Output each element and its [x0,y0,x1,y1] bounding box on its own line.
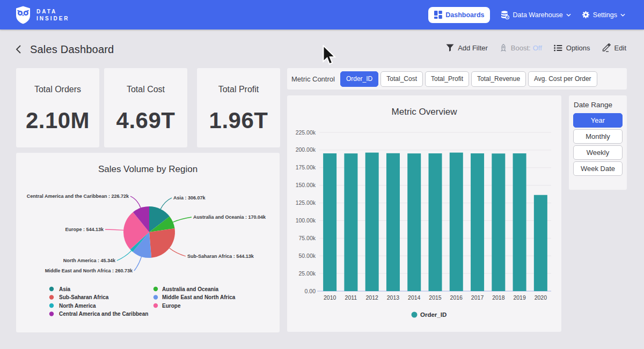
kpi-value: 2.10M [16,108,99,133]
pie-legend-dot [49,311,54,316]
pie-chart-card: Sales Volume by Region Asia : 306.07kAus… [16,153,280,332]
nav-settings[interactable]: Settings [582,11,625,19]
kpi-label: Total Cost [104,85,187,94]
back-icon[interactable] [15,44,23,54]
date-button-weekly[interactable]: Weekly [573,145,623,160]
svg-text:2015: 2015 [429,294,442,301]
mouse-cursor [322,45,338,67]
pie-slice-sub-saharan-africa[interactable] [149,228,175,258]
metric-button-total-cost[interactable]: Total_Cost [380,71,423,87]
pie-legend-dot [49,287,54,291]
metric-button-total-revenue[interactable]: Total_Revenue [471,71,526,87]
dashboards-grid-icon [434,11,442,19]
metric-control-strip: Metric Control Order_IDTotal_CostTotal_P… [287,68,627,90]
date-button-monthly[interactable]: Monthly [573,129,623,144]
svg-text:2017: 2017 [471,294,484,301]
owl-logo-icon [15,6,31,24]
svg-text:100.00k: 100.00k [296,217,316,224]
options-button[interactable]: Options [554,44,590,52]
pie-legend-label: Europe [162,303,181,309]
bar-2018[interactable] [492,153,505,291]
nav-data-warehouse-label: Data Warehouse [513,11,562,19]
pie-label: Europe : 544.13k [65,227,104,232]
pie-legend-label: Middle East and North Africa [162,294,236,300]
kpi-card-total-orders: Total Orders 2.10M [16,68,99,147]
edit-pencil-icon [602,43,611,52]
svg-text:75.00k: 75.00k [298,235,316,241]
bar-2020[interactable] [534,195,547,291]
pie-chart: Asia : 306.07kAustralia and Oceania : 17… [16,175,280,330]
pie-legend-dot [153,303,158,308]
bar-chart: 0.0025.00k50.00k75.00k100.00k125.00k150.… [287,117,561,332]
bar-chart-title: Metric Overview [287,95,561,117]
nav-settings-label: Settings [593,11,617,19]
bar-2012[interactable] [365,153,379,291]
database-icon [501,11,509,19]
bar-2015[interactable] [429,153,442,291]
svg-text:50.00k: 50.00k [298,253,316,259]
edit-label: Edit [614,44,626,52]
bar-2010[interactable] [323,153,336,291]
kpi-value: 1.96T [197,108,280,133]
pie-legend-dot [49,295,54,299]
nav-data-warehouse[interactable]: Data Warehouse [501,11,570,19]
pie-label: North America : 45.34k [63,258,116,263]
svg-text:2014: 2014 [408,294,421,301]
chevron-down-icon [620,13,625,17]
svg-text:2018: 2018 [492,294,505,301]
pie-legend-dot [153,287,158,291]
pie-legend-label: Sub-Saharan Africa [59,294,109,300]
pie-legend-label: Asia [59,286,71,292]
add-filter-button[interactable]: Add Filter [446,44,488,52]
date-range-label: Date Range [574,101,623,109]
metric-button-avg-cost-per-order[interactable]: Avg. Cost per Order [528,71,597,87]
brand-logo[interactable]: DATA INSIDER [15,6,70,24]
bar-2019[interactable] [513,153,526,291]
add-filter-label: Add Filter [458,44,488,52]
nav-dashboards-label: Dashboards [445,11,484,19]
metric-button-order-id[interactable]: Order_ID [340,71,378,87]
svg-text:175.00k: 175.00k [296,164,316,170]
pie-legend-dot [49,303,54,308]
top-navbar: DATA INSIDER Dashboards Data Warehouse [0,0,644,29]
options-list-icon [554,44,562,51]
pie-legend-label: North America [59,303,96,309]
bar-2017[interactable] [471,153,484,291]
bar-2013[interactable] [386,153,400,291]
legend-label: Order_ID [420,311,447,318]
brand-line1: DATA [36,8,70,15]
metric-button-total-profit[interactable]: Total_Profit [425,71,469,87]
pie-chart-title: Sales Volume by Region [16,153,280,175]
date-button-year[interactable]: Year [573,113,623,128]
svg-text:2010: 2010 [324,294,336,301]
nav-dashboards[interactable]: Dashboards [428,7,490,23]
svg-text:225.00k: 225.00k [296,129,316,136]
options-label: Options [566,44,590,52]
bar-2016[interactable] [450,153,463,291]
kpi-card-total-cost: Total Cost 4.69T [104,68,187,147]
pie-legend-label: Australia and Oceania [162,286,218,292]
bar-chart-card: Metric Overview 0.0025.00k50.00k75.00k10… [287,95,561,332]
date-button-week-date[interactable]: Week Date [573,161,623,176]
boost-label: Boost: [511,44,531,52]
boost-toggle[interactable]: Boost: Off [500,44,542,52]
svg-text:2019: 2019 [513,294,526,301]
boost-state: Off [533,44,542,52]
gear-icon [582,11,590,19]
svg-text:25.00k: 25.00k [298,270,316,277]
svg-text:200.00k: 200.00k [296,146,316,153]
pie-label: Middle East and North Africa : 260.73k [45,268,133,273]
pie-legend-label: Central America and the Caribbean [59,311,148,317]
svg-text:2013: 2013 [387,294,400,301]
pie-label: Central America and the Caribbean : 226.… [27,194,129,199]
kpi-card-total-profit: Total Profit 1.96T [197,68,280,147]
svg-text:150.00k: 150.00k [296,182,316,188]
pie-label: Sub-Saharan Africa : 544.13k [187,254,254,259]
pie-label: Asia : 306.07k [173,195,206,201]
kpi-value: 4.69T [104,108,187,133]
edit-button[interactable]: Edit [602,43,626,52]
svg-text:2016: 2016 [450,294,463,301]
date-range-card: Date Range YearMonthlyWeeklyWeek Date [569,95,627,190]
bar-2011[interactable] [344,153,357,291]
bar-2014[interactable] [407,153,421,291]
